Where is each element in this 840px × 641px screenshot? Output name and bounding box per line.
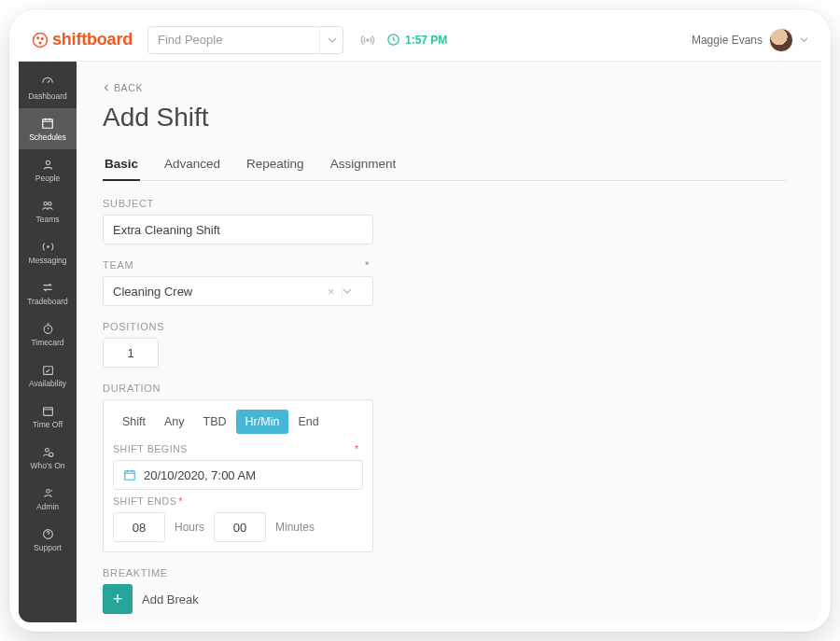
breaktime-label: BREAKTIME <box>103 567 373 578</box>
duration-label: DURATION <box>103 383 373 394</box>
sidebar-item-teams[interactable]: Teams <box>19 190 77 231</box>
stopwatch-icon <box>41 322 55 336</box>
sidebar-item-label: Messaging <box>28 256 66 265</box>
team-select[interactable]: Cleaning Crew × <box>103 276 373 306</box>
duration-tab-shift[interactable]: Shift <box>113 410 155 434</box>
team-icon <box>41 199 55 213</box>
sidebar-item-schedules[interactable]: Schedules <box>19 108 77 149</box>
tab-advanced[interactable]: Advanced <box>162 149 222 180</box>
svg-point-7 <box>46 160 49 164</box>
sidebar-item-label: People <box>35 174 60 183</box>
team-label: TEAM * <box>103 259 373 271</box>
sidebar-item-label: Timecard <box>31 338 63 347</box>
svg-point-10 <box>47 245 49 247</box>
help-icon <box>41 527 55 541</box>
duration-tab-tbd[interactable]: TBD <box>194 410 236 434</box>
person-icon <box>41 158 55 172</box>
sidebar-item-admin[interactable]: Admin <box>19 478 77 519</box>
required-indicator: * <box>355 443 359 454</box>
hours-input[interactable] <box>113 512 165 542</box>
sidebar-item-label: Tradeboard <box>27 297 68 306</box>
hours-label: Hours <box>175 521 204 534</box>
shift-begins-input[interactable]: 20/10/2020, 7:00 AM <box>113 460 363 490</box>
clock-icon <box>386 33 400 47</box>
minutes-label: Minutes <box>275 521 315 534</box>
sidebar-item-timecard[interactable]: Timecard <box>19 314 77 355</box>
sidebar-item-whoson[interactable]: Who's On <box>19 437 77 478</box>
minutes-input[interactable] <box>214 512 266 542</box>
svg-point-15 <box>49 453 52 456</box>
positions-input[interactable] <box>103 338 159 368</box>
tab-repeating[interactable]: Repeating <box>245 149 306 180</box>
chevron-down-icon[interactable] <box>343 286 363 296</box>
calendar-icon <box>41 404 55 418</box>
duration-tab-hrmin[interactable]: Hr/Min <box>236 410 289 434</box>
tab-basic[interactable]: Basic <box>103 149 140 180</box>
sidebar-item-messaging[interactable]: Messaging <box>19 231 77 272</box>
shift-ends-label: SHIFT ENDS * <box>113 495 363 507</box>
logo[interactable]: shiftboard <box>32 30 133 49</box>
sidebar-item-dashboard[interactable]: Dashboard <box>19 67 77 108</box>
sidebar-item-tradeboard[interactable]: Tradeboard <box>19 272 77 314</box>
svg-rect-13 <box>43 407 52 415</box>
sidebar-item-label: Availability <box>29 379 66 388</box>
user-menu[interactable]: Maggie Evans <box>692 28 808 52</box>
sidebar-item-label: Who's On <box>30 461 64 470</box>
avatar <box>769 28 793 52</box>
calendar-icon <box>123 468 136 481</box>
chevron-down-icon[interactable] <box>319 26 343 54</box>
subject-label: SUBJECT <box>103 198 373 209</box>
svg-rect-6 <box>43 119 53 128</box>
chevron-down-icon <box>800 35 808 44</box>
sidebar-item-people[interactable]: People <box>19 149 77 190</box>
page-title: Add Shift <box>103 103 786 132</box>
form-tabs: Basic Advanced Repeating Assignment <box>103 149 786 181</box>
top-icons: 1:57 PM <box>360 33 447 48</box>
required-indicator: * <box>365 259 370 271</box>
calendar-icon <box>41 117 55 131</box>
swap-icon <box>41 281 55 295</box>
positions-label: POSITIONS <box>103 321 373 332</box>
svg-point-16 <box>46 489 49 493</box>
svg-point-0 <box>34 33 48 47</box>
sidebar-item-label: Teams <box>35 215 59 224</box>
sidebar-item-label: Schedules <box>29 132 66 142</box>
gauge-icon <box>41 76 55 90</box>
sidebar-item-timeoff[interactable]: Time Off <box>19 396 77 437</box>
time-text: 1:57 PM <box>405 34 447 47</box>
admin-icon <box>41 486 55 500</box>
search-input[interactable] <box>147 26 343 54</box>
sidebar-item-availability[interactable]: Availability <box>19 355 77 396</box>
broadcast-icon <box>41 240 55 254</box>
sidebar-item-label: Dashboard <box>28 91 67 101</box>
duration-tab-end[interactable]: End <box>288 410 328 434</box>
app-screen: shiftboard 1:57 PM Maggie Evans <box>19 19 821 622</box>
find-people-search[interactable] <box>147 26 343 54</box>
add-break-button[interactable]: + Add Break <box>103 584 373 614</box>
shift-ends-row: Hours Minutes <box>113 512 363 542</box>
app-body: Dashboard Schedules People Teams Messagi… <box>19 62 821 622</box>
calendar-check-icon <box>41 363 55 377</box>
sidebar-item-support[interactable]: Support <box>19 519 77 560</box>
chevron-left-icon <box>103 84 110 91</box>
clear-icon[interactable]: × <box>320 285 343 299</box>
person-clock-icon <box>41 445 55 459</box>
svg-point-11 <box>44 325 52 333</box>
tab-assignment[interactable]: Assignment <box>329 149 399 180</box>
user-name: Maggie Evans <box>692 34 763 47</box>
device-frame: shiftboard 1:57 PM Maggie Evans <box>9 9 831 632</box>
duration-tabs: Shift Any TBD Hr/Min End <box>113 410 363 434</box>
duration-card: Shift Any TBD Hr/Min End SHIFT BEGINS * … <box>103 399 373 552</box>
svg-point-1 <box>36 36 39 39</box>
plus-icon: + <box>103 584 133 614</box>
broadcast-icon[interactable] <box>360 33 375 48</box>
duration-tab-any[interactable]: Any <box>155 410 194 434</box>
back-link[interactable]: BACK <box>103 82 143 93</box>
svg-point-14 <box>45 448 49 452</box>
svg-rect-18 <box>125 471 135 480</box>
logo-text: shiftboard <box>52 30 133 49</box>
subject-input[interactable]: Extra Cleaning Shift <box>103 215 373 244</box>
svg-point-4 <box>367 38 369 40</box>
svg-point-8 <box>44 202 48 206</box>
sidebar-rail: Dashboard Schedules People Teams Messagi… <box>19 62 77 622</box>
